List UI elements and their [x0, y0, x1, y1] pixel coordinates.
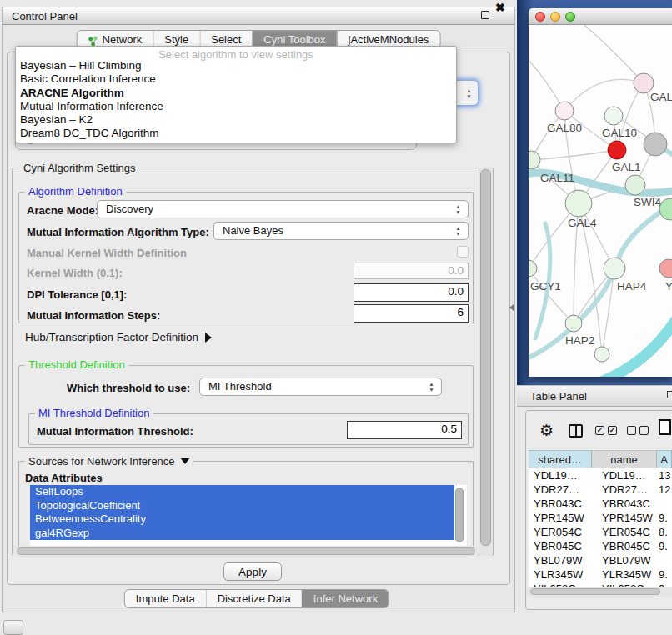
- select-all-checkbox-icon-2[interactable]: ✓: [608, 426, 617, 435]
- network-node-label: HAP2: [565, 334, 594, 347]
- attribute-list-item[interactable]: gal4RGexp: [30, 527, 454, 541]
- table-row: YDL19…YDL19…13: [529, 468, 672, 482]
- kernel-width-field[interactable]: 0.0: [354, 262, 469, 279]
- table-cell[interactable]: 9.: [657, 511, 672, 525]
- algorithm-option[interactable]: Bayesian – Hill Climbing: [16, 59, 456, 72]
- dpi-tolerance-field[interactable]: 0.0: [354, 283, 469, 302]
- table-cell[interactable]: YBR043C: [592, 497, 657, 511]
- table-cell[interactable]: 8.: [657, 525, 672, 539]
- tab-discretize-data[interactable]: Discretize Data: [206, 590, 302, 608]
- table-cell[interactable]: 9.: [657, 539, 672, 553]
- algorithm-option[interactable]: Bayesian – K2: [16, 113, 456, 127]
- network-node-gal4[interactable]: [565, 190, 592, 217]
- table-column-header[interactable]: shared…: [529, 450, 592, 468]
- minimize-traffic-light[interactable]: [550, 12, 560, 22]
- algorithm-option[interactable]: Dream8 DC_TDC Algorithm: [16, 127, 456, 140]
- network-node-gcy1[interactable]: [529, 260, 537, 277]
- settings-horizontal-scrollbar-thumb[interactable]: [17, 548, 475, 555]
- zoom-traffic-light[interactable]: [565, 12, 575, 22]
- network-node[interactable]: [594, 347, 609, 362]
- network-node-gal80[interactable]: [555, 102, 574, 120]
- table-horizontal-scrollbar-thumb[interactable]: [530, 588, 660, 595]
- float-window-icon[interactable]: [481, 11, 489, 19]
- hub-definition-toggle[interactable]: Hub/Transcription Factor Definition: [25, 331, 212, 343]
- gear-icon[interactable]: ⚙: [539, 421, 554, 440]
- table-column-header[interactable]: name: [592, 450, 657, 468]
- manual-kernel-label: Manual Kernel Width Definition: [27, 247, 187, 259]
- attribute-list-item[interactable]: SelfLoops: [30, 485, 454, 499]
- algorithm-option[interactable]: Basic Correlation Inference: [16, 72, 456, 86]
- network-node[interactable]: [659, 198, 672, 220]
- apply-button[interactable]: Apply: [223, 562, 282, 581]
- close-panel-icon[interactable]: ✖: [495, 1, 505, 14]
- table-panel-float-icon[interactable]: [667, 391, 672, 398]
- tab-label: Cyni Toolbox: [263, 33, 325, 46]
- deselect-all-checkbox-icon-2[interactable]: [639, 426, 649, 435]
- table-cell[interactable]: YDR27…: [592, 482, 657, 497]
- table-cell[interactable]: YBL079W: [592, 553, 657, 568]
- mi-type-combo[interactable]: Naive Bayes ▲▼: [213, 222, 469, 240]
- table-column-header[interactable]: A: [657, 450, 672, 468]
- settings-vertical-scrollbar-thumb[interactable]: [480, 169, 491, 546]
- table-cell[interactable]: YBL079W: [529, 553, 592, 568]
- network-node-gal1[interactable]: [608, 141, 626, 159]
- minimized-panel-icon[interactable]: [3, 620, 23, 635]
- table-cell[interactable]: YER054C: [592, 525, 657, 539]
- aracne-mode-combo[interactable]: Discovery ▲▼: [97, 200, 469, 218]
- table-cell[interactable]: YDL19…: [592, 468, 657, 482]
- table-cell[interactable]: YDL19…: [529, 468, 592, 482]
- combo-stepper-icon: ▲▼: [454, 225, 462, 237]
- table-cell[interactable]: YBR043C: [529, 497, 592, 511]
- tab-label: jActiveMNodules: [349, 33, 429, 46]
- table-cell[interactable]: 9.: [657, 568, 672, 582]
- inference-algorithm-combo[interactable]: ▲▼: [457, 80, 479, 106]
- table-row: YDR27…YDR27…12: [529, 482, 672, 497]
- sources-group-title[interactable]: Sources for Network Inference: [25, 455, 193, 468]
- table-cell[interactable]: YDR27…: [529, 482, 592, 497]
- table-cell[interactable]: YLR345W: [529, 568, 592, 582]
- attribute-list-item[interactable]: BetweennessCentrality: [30, 512, 454, 527]
- close-traffic-light[interactable]: [535, 12, 545, 22]
- network-node-swi4[interactable]: [625, 175, 645, 195]
- select-all-checkbox-icon[interactable]: ✓: [595, 426, 604, 435]
- table-cell[interactable]: YER054C: [529, 525, 592, 539]
- tab-infer-network[interactable]: Infer Network: [302, 590, 389, 608]
- column-selector-icon[interactable]: [569, 424, 583, 438]
- mi-threshold-field[interactable]: 0.5: [347, 421, 462, 439]
- attributes-list-scrollbar-thumb[interactable]: [455, 488, 464, 542]
- network-node-hap4[interactable]: [604, 258, 625, 279]
- table-cell[interactable]: 12: [657, 482, 672, 497]
- network-node[interactable]: [644, 132, 667, 156]
- algorithm-option[interactable]: ARACNE Algorithm: [16, 87, 456, 100]
- table-cell[interactable]: YLR345W: [592, 568, 657, 582]
- network-node-y[interactable]: [659, 259, 672, 278]
- which-threshold-value: MI Threshold: [208, 380, 272, 392]
- new-table-icon[interactable]: [659, 419, 671, 435]
- split-pane-handle-icon[interactable]: [509, 304, 514, 311]
- collapse-down-icon: [180, 458, 190, 464]
- attribute-list-item[interactable]: TopologicalCoefficient: [30, 499, 454, 513]
- table-cell[interactable]: YBR045C: [529, 539, 592, 553]
- network-view[interactable]: GALGAL80GAL10GAL1GAL11SWI4GAL4GCY1HAP4YH…: [529, 25, 672, 377]
- network-edge-thick[interactable]: [597, 318, 672, 377]
- table-cell[interactable]: [657, 553, 672, 568]
- tab-impute-data[interactable]: Impute Data: [125, 590, 206, 608]
- table-row: YBL079WYBL079W: [529, 553, 672, 568]
- which-threshold-combo[interactable]: MI Threshold ▲▼: [199, 378, 442, 396]
- network-node-gal10[interactable]: [604, 107, 623, 125]
- table-cell[interactable]: [657, 497, 672, 511]
- mi-threshold-definition-title: MI Threshold Definition: [35, 407, 153, 419]
- algorithm-option[interactable]: Mutual Information Inference: [16, 100, 456, 113]
- network-node-hap2[interactable]: [565, 315, 582, 332]
- network-edge[interactable]: [579, 25, 644, 83]
- table-cell[interactable]: YBR045C: [592, 539, 657, 553]
- deselect-all-checkbox-icon[interactable]: [627, 426, 636, 435]
- network-edge[interactable]: [531, 150, 617, 160]
- table-cell[interactable]: 13: [657, 468, 672, 482]
- network-node-gal11[interactable]: [529, 151, 540, 169]
- network-edge[interactable]: [529, 55, 564, 111]
- mi-steps-field[interactable]: 6: [354, 304, 469, 322]
- table-cell[interactable]: YPR145W: [592, 511, 657, 525]
- table-cell[interactable]: YPR145W: [529, 511, 592, 525]
- manual-kernel-checkbox[interactable]: [457, 246, 469, 258]
